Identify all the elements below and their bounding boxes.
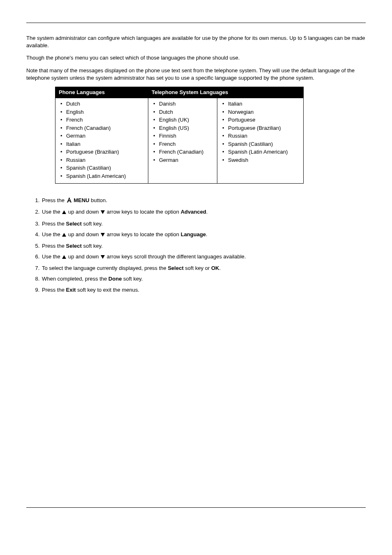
step-text: Press the — [42, 243, 66, 249]
table-header-system: Telephone System Languages — [148, 87, 304, 98]
menu-a-icon — [66, 197, 72, 205]
step-7: To select the language currently display… — [41, 265, 366, 272]
step-bold: OK — [211, 265, 219, 271]
step-1: Press the MENU button. — [41, 197, 366, 205]
step-text: up and down — [68, 253, 100, 260]
list-item: English (US) — [152, 124, 213, 132]
step-text: Press the — [42, 287, 66, 293]
list-item: Danish — [152, 100, 213, 108]
step-bold: Language — [181, 231, 206, 237]
step-text: soft key. — [83, 243, 102, 249]
list-item: Dutch — [152, 108, 213, 116]
list-item: Finnish — [152, 132, 213, 140]
list-item: French — [60, 116, 144, 124]
step-9: Press the Exit soft key to exit the menu… — [41, 286, 366, 294]
list-item: Norwegian — [221, 108, 299, 116]
languages-table: Phone Languages Telephone System Languag… — [55, 87, 304, 184]
bottom-rule — [26, 507, 366, 508]
step-3: Press the Select soft key. — [41, 220, 366, 228]
list-item: Spanish (Castilian) — [221, 140, 299, 148]
step-text: arrow keys scroll through the different … — [107, 253, 246, 260]
step-bold: MENU — [74, 197, 89, 203]
table-header-phone: Phone Languages — [55, 87, 148, 98]
step-text: When completed, press the — [42, 276, 108, 282]
system-languages-list-1: Danish Dutch English (UK) English (US) F… — [152, 100, 213, 164]
step-4: Use the up and down arrow keys to locate… — [41, 231, 366, 239]
list-item: Portuguese (Brazilian) — [221, 124, 299, 132]
list-item: Portuguese (Brazilian) — [60, 148, 144, 156]
step-2: Use the up and down arrow keys to locate… — [41, 208, 366, 216]
step-text: soft key to exit the menus. — [77, 287, 139, 293]
step-bold: Done — [108, 276, 122, 282]
list-item: French (Canadian) — [152, 148, 213, 156]
list-item: Spanish (Castilian) — [60, 164, 144, 172]
list-item: Italian — [221, 100, 299, 108]
step-text: To select the language currently display… — [42, 265, 168, 271]
list-item: Portuguese — [221, 116, 299, 124]
steps-list: Press the MENU button. Use the up and do… — [39, 197, 366, 294]
step-text: Use the — [42, 209, 62, 215]
list-item: Dutch — [60, 100, 144, 108]
step-text: Use the — [42, 253, 62, 260]
step-text: Press the — [42, 197, 66, 203]
step-text: arrow keys to locate the option — [107, 231, 181, 237]
step-bold: Select — [66, 221, 82, 227]
step-8: When completed, press the Done soft key. — [41, 275, 366, 283]
down-arrow-icon — [100, 254, 105, 261]
step-bold: Exit — [66, 287, 76, 293]
intro-paragraph-1: The system administrator can configure w… — [26, 35, 366, 49]
step-text: . — [206, 209, 208, 215]
step-text: . — [206, 231, 208, 237]
step-bold: Select — [66, 243, 82, 249]
down-arrow-icon — [100, 232, 105, 239]
step-text: arrow keys to locate the option — [107, 209, 181, 215]
up-arrow-icon — [62, 232, 67, 239]
step-text: Use the — [42, 231, 62, 237]
list-item: German — [60, 132, 144, 140]
list-item: Spanish (Latin American) — [221, 148, 299, 156]
step-text: . — [219, 265, 221, 271]
list-item: Russian — [60, 156, 144, 164]
list-item: Spanish (Latin American) — [60, 172, 144, 180]
top-rule — [26, 23, 366, 23]
intro-paragraph-2: Though the phone's menu you can select w… — [26, 54, 366, 62]
step-text: button. — [91, 197, 107, 203]
up-arrow-icon — [62, 209, 67, 216]
step-text: up and down — [68, 209, 100, 215]
phone-languages-list: Dutch English French French (Canadian) G… — [60, 100, 144, 180]
step-5: Press the Select soft key. — [41, 242, 366, 250]
list-item: Russian — [221, 132, 299, 140]
step-text: soft key or — [185, 265, 211, 271]
list-item: German — [152, 156, 213, 164]
list-item: French (Canadian) — [60, 124, 144, 132]
step-bold: Select — [168, 265, 183, 271]
list-item: Swedish — [221, 156, 299, 164]
step-text: soft key. — [123, 276, 143, 282]
step-text: up and down — [68, 231, 100, 237]
step-text: Press the — [42, 221, 66, 227]
step-6: Use the up and down arrow keys scroll th… — [41, 253, 366, 261]
list-item: English — [60, 108, 144, 116]
step-bold: Advanced — [181, 209, 206, 215]
up-arrow-icon — [62, 254, 67, 261]
system-languages-list-2: Italian Norwegian Portuguese Portuguese … — [221, 100, 299, 164]
down-arrow-icon — [100, 209, 105, 216]
list-item: French — [152, 140, 213, 148]
intro-paragraph-3: Note that many of the messages displayed… — [26, 67, 366, 82]
list-item: English (UK) — [152, 116, 213, 124]
document-page: The system administrator can configure w… — [0, 0, 392, 524]
list-item: Italian — [60, 140, 144, 148]
step-text: soft key. — [83, 221, 102, 227]
